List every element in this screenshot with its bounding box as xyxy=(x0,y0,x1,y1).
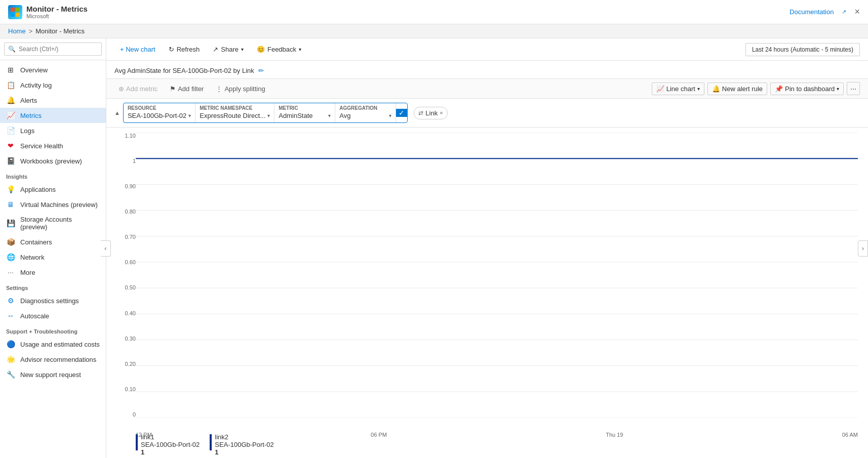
sidebar-item-service-health[interactable]: ❤ Service Health xyxy=(0,138,106,153)
metric-selector: METRIC AdminState ▾ xyxy=(274,103,335,122)
top-bar-right: Documentation ↗ × xyxy=(790,7,860,17)
sidebar-item-more[interactable]: ··· More xyxy=(0,265,106,280)
containers-icon: 📦 xyxy=(6,238,15,246)
legend-item: link1 SEA-100Gb-Port-02 1 xyxy=(136,433,200,456)
sidebar-item-virtual-machines[interactable]: 🖥 Virtual Machines (preview) xyxy=(0,197,106,212)
new-alert-label: New alert rule xyxy=(722,85,763,93)
chevron-left-icon: ‹ xyxy=(104,244,106,252)
sidebar-item-activity-log[interactable]: 📋 Activity log xyxy=(0,77,106,93)
legend-series-name: link1 xyxy=(141,433,200,441)
metric-value: AdminState xyxy=(279,112,312,119)
sidebar-item-logs[interactable]: 📄 Logs xyxy=(0,123,106,138)
sidebar-expand-button[interactable]: › xyxy=(858,240,868,257)
edit-title-icon[interactable]: ✏ xyxy=(258,67,264,74)
sidebar-item-containers[interactable]: 📦 Containers xyxy=(0,234,106,249)
legend-color-swatch xyxy=(136,434,138,450)
pin-label: Pin to dashboard xyxy=(785,85,835,93)
y-axis-label: 0.70 xyxy=(125,234,136,240)
sidebar-label-virtual-machines: Virtual Machines (preview) xyxy=(20,201,98,209)
metric-selectors: ▲ RESOURCE SEA-100Gb-Port-02 ▾ METRIC NA… xyxy=(106,99,868,128)
apply-splitting-button[interactable]: ⋮ Apply splitting xyxy=(212,83,269,95)
sidebar-item-applications[interactable]: 💡 Applications xyxy=(0,182,106,197)
breadcrumb-current: Monitor - Metrics xyxy=(35,27,85,35)
aggregation-chevron-icon: ▾ xyxy=(389,113,391,118)
sidebar-item-workbooks[interactable]: 📓 Workbooks (preview) xyxy=(0,153,106,169)
selector-collapse-icon[interactable]: ▲ xyxy=(114,110,120,116)
sidebar-item-new-support[interactable]: 🔧 New support request xyxy=(0,367,106,382)
refresh-button[interactable]: ↻ Refresh xyxy=(163,43,206,56)
sidebar-item-advisor[interactable]: 🌟 Advisor recommendations xyxy=(0,352,106,367)
chart-type-label: Line chart xyxy=(666,85,695,93)
x-axis-label: 06 AM xyxy=(842,432,858,438)
usage-costs-icon: 🔵 xyxy=(6,340,15,348)
search-input[interactable] xyxy=(4,43,102,56)
y-axis-label: 0.20 xyxy=(125,361,136,367)
resource-chevron-icon: ▾ xyxy=(188,113,191,118)
storage-accounts-icon: 💾 xyxy=(6,219,15,227)
sub-toolbar: ⊕ Add metric ⚑ Add filter ⋮ Apply splitt… xyxy=(106,79,868,99)
legend-item: link2 SEA-100Gb-Port-02 1 xyxy=(210,433,273,456)
sidebar-item-overview[interactable]: ⊞ Overview xyxy=(0,62,106,77)
share-button[interactable]: ↗ Share ▾ xyxy=(207,43,249,56)
selector-confirm-button[interactable]: ✓ xyxy=(396,109,407,117)
aggregation-dropdown[interactable]: Avg ▾ xyxy=(339,111,391,120)
legend-value: 1 xyxy=(141,448,200,456)
legend-resource-name: SEA-100Gb-Port-02 xyxy=(141,441,200,448)
sidebar-label-network: Network xyxy=(20,254,45,261)
close-button[interactable]: × xyxy=(854,7,860,17)
breadcrumb-separator: > xyxy=(29,27,33,35)
svg-rect-1 xyxy=(16,8,20,12)
resource-dropdown[interactable]: SEA-100Gb-Port-02 ▾ xyxy=(128,111,191,120)
app-subtitle: Microsoft xyxy=(26,13,88,19)
service-health-icon: ❤ xyxy=(6,142,15,150)
new-chart-button[interactable]: + New chart xyxy=(114,43,161,56)
alerts-icon: 🔔 xyxy=(6,96,15,104)
share-label: Share xyxy=(221,46,239,53)
diagnostics-icon: ⚙ xyxy=(6,297,15,305)
time-range-button[interactable]: Last 24 hours (Automatic - 5 minutes) xyxy=(745,43,860,56)
legend-text: link1 SEA-100Gb-Port-02 1 xyxy=(141,433,200,456)
sidebar-item-metrics[interactable]: 📈 Metrics xyxy=(0,108,106,123)
applications-icon: 💡 xyxy=(6,185,15,193)
sidebar-item-network[interactable]: 🌐 Network xyxy=(0,249,106,265)
sidebar-item-storage-accounts[interactable]: 💾 Storage Accounts (preview) xyxy=(0,212,106,234)
namespace-value: ExpressRoute Direct... xyxy=(200,112,265,119)
splitting-icon: ⋮ xyxy=(216,85,222,93)
feedback-button[interactable]: 😊 Feedback ▾ xyxy=(251,43,307,56)
link-filter-remove[interactable]: × xyxy=(440,110,443,116)
main-toolbar: + New chart ↻ Refresh ↗ Share ▾ 😊 Feedba… xyxy=(106,38,868,61)
documentation-link[interactable]: Documentation xyxy=(790,8,834,16)
top-bar: Monitor - Metrics Microsoft Documentatio… xyxy=(0,0,868,24)
sidebar-item-diagnostics[interactable]: ⚙ Diagnostics settings xyxy=(0,293,106,308)
y-axis-label: 1.10 xyxy=(125,133,136,139)
chart-type-button[interactable]: 📈 Line chart ▾ xyxy=(652,82,704,95)
logo-icon xyxy=(8,5,22,19)
sidebar-label-applications: Applications xyxy=(20,186,56,193)
sidebar-item-usage-costs[interactable]: 🔵 Usage and estimated costs xyxy=(0,337,106,352)
namespace-dropdown[interactable]: ExpressRoute Direct... ▾ xyxy=(200,111,270,120)
sidebar-item-autoscale[interactable]: ↔ Autoscale xyxy=(0,308,106,323)
refresh-label: Refresh xyxy=(177,46,200,53)
add-filter-button[interactable]: ⚑ Add filter xyxy=(166,83,208,95)
new-support-icon: 🔧 xyxy=(6,370,15,379)
y-axis-label: 0.80 xyxy=(125,209,136,215)
sidebar-label-workbooks: Workbooks (preview) xyxy=(20,157,82,165)
metric-dropdown[interactable]: AdminState ▾ xyxy=(279,111,331,120)
chart-area: 1.1010.900.800.700.600.500.400.300.200.1… xyxy=(106,128,868,458)
content-area: + New chart ↻ Refresh ↗ Share ▾ 😊 Feedba… xyxy=(106,38,868,458)
y-axis-label: 0.90 xyxy=(125,183,136,189)
metric-label: METRIC xyxy=(279,105,331,111)
add-metric-button[interactable]: ⊕ Add metric xyxy=(114,83,162,95)
breadcrumb: Home > Monitor - Metrics xyxy=(0,24,868,38)
more-options-button[interactable]: ··· xyxy=(847,82,860,95)
new-alert-button[interactable]: 🔔 New alert rule xyxy=(707,82,767,95)
logs-icon: 📄 xyxy=(6,127,15,135)
pin-icon: 📌 xyxy=(775,85,783,93)
legend-series-name: link2 xyxy=(215,433,273,441)
sidebar-collapse-button[interactable]: ‹ xyxy=(101,240,111,257)
breadcrumb-home[interactable]: Home xyxy=(8,27,26,35)
sidebar-item-alerts[interactable]: 🔔 Alerts xyxy=(0,93,106,108)
sidebar-label-diagnostics: Diagnostics settings xyxy=(20,297,79,305)
activity-log-icon: 📋 xyxy=(6,81,15,89)
pin-dashboard-button[interactable]: 📌 Pin to dashboard ▾ xyxy=(770,82,844,95)
